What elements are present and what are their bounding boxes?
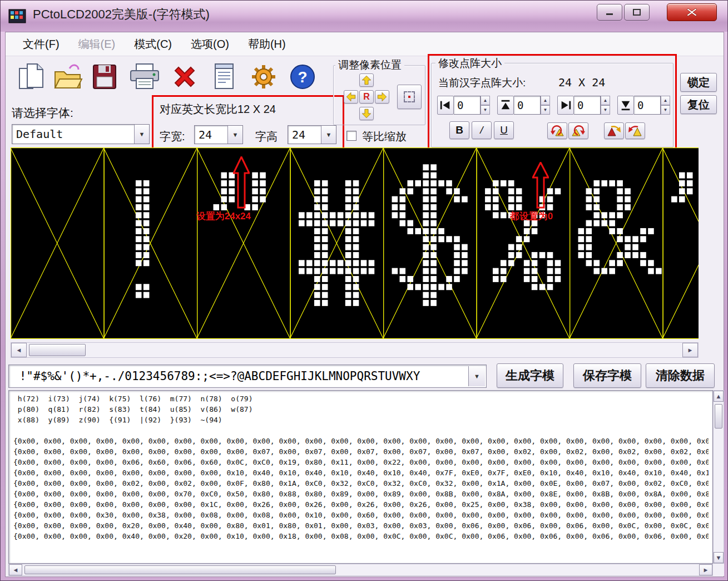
save-font-button[interactable]: 保存字模 [573, 363, 641, 388]
scrollbar-corner [713, 564, 724, 576]
menubar: 文件(F) 编辑(E) 模式(C) 选项(O) 帮助(H) [6, 33, 724, 56]
app-window: PCtoLCD2002完美版-(字符模式) 文件(F) 编辑(E) 模式(C) … [0, 0, 728, 581]
menu-options[interactable]: 选项(O) [181, 33, 239, 56]
proportional-scale-label: 等比缩放 [362, 129, 407, 144]
italic-button[interactable]: / [472, 121, 492, 139]
down-arrow-icon [361, 108, 372, 119]
menu-mode[interactable]: 模式(C) [125, 33, 181, 56]
report-button[interactable] [211, 62, 237, 92]
char-width-arrow-icon[interactable]: ▼ [227, 126, 242, 144]
rotate-right-icon [571, 125, 586, 137]
offset-left-updown[interactable]: ▲▼ [481, 96, 490, 115]
flip-horizontal-button[interactable] [604, 122, 624, 139]
char-width-value: 24 [195, 126, 227, 144]
shift-bottom-edge-icon[interactable] [617, 96, 634, 115]
font-combobox[interactable]: Default ▼ [12, 124, 150, 144]
output-panel[interactable]: h(72) i(73) j(74) k(75) l(76) m(77) n(78… [8, 390, 713, 564]
char-width-label: 字宽: [160, 129, 185, 144]
aspect-ratio-label: 对应英文长宽比12 X 24 [160, 102, 276, 117]
offset-right-value[interactable]: 0 [574, 96, 601, 115]
preview-scroll-right-icon[interactable]: ► [682, 343, 698, 357]
save-floppy-icon [91, 62, 118, 92]
flip-vertical-button[interactable] [625, 122, 645, 139]
lcd-canvas[interactable] [11, 147, 699, 339]
offset-left-value[interactable]: 0 [454, 96, 481, 115]
font-combobox-value: Default [12, 125, 134, 144]
report-doc-icon [211, 62, 237, 92]
maximize-icon [632, 8, 641, 16]
pixel-position-group: R [333, 65, 425, 125]
new-file-button[interactable] [16, 62, 45, 92]
right-arrow-icon [377, 91, 388, 102]
rotate-left-button[interactable] [547, 122, 567, 139]
move-pixels-right-button[interactable] [375, 90, 389, 104]
close-button[interactable] [667, 3, 717, 21]
maximize-button[interactable] [624, 4, 650, 21]
offset-top-updown[interactable]: ▲▼ [541, 96, 550, 115]
lcd-preview[interactable]: 设置为24x24 都设置为0 [11, 147, 699, 339]
clear-data-button[interactable]: 清除数据 [646, 363, 715, 388]
generate-font-button[interactable]: 生成字模 [497, 363, 563, 388]
move-pixels-up-button[interactable] [359, 73, 374, 87]
char-height-arrow-icon[interactable]: ▼ [321, 126, 336, 144]
center-pixels-button[interactable] [397, 85, 422, 109]
app-icon [8, 7, 26, 25]
offset-left-spinner: 0 ▲▼ [437, 96, 490, 115]
preview-hscroll-thumb[interactable] [29, 344, 86, 356]
output-scroll-right-icon[interactable]: ► [699, 564, 712, 575]
dot-matrix-group: 当前汉字点阵大小: 24 X 24 0 ▲▼ 0 ▲▼ 0 ▲▼ [431, 63, 673, 147]
minimize-icon [605, 8, 614, 16]
shift-top-edge-icon[interactable] [497, 96, 514, 115]
move-pixels-left-button[interactable] [344, 90, 358, 104]
dot-matrix-group-title: 修改点阵大小 [435, 56, 504, 71]
flip-horizontal-icon [607, 125, 621, 137]
output-vscrollbar[interactable]: ▲ ▼ [713, 390, 724, 564]
char-codes-dropdown-icon[interactable]: ▼ [468, 366, 485, 386]
titlebar[interactable]: PCtoLCD2002完美版-(字符模式) [1, 1, 727, 32]
svg-text:?: ? [298, 68, 307, 86]
menu-file[interactable]: 文件(F) [13, 33, 69, 56]
offset-bottom-updown[interactable]: ▲▼ [661, 96, 670, 115]
underline-button[interactable]: U [494, 121, 514, 139]
offset-top-value[interactable]: 0 [514, 96, 541, 115]
printer-icon [127, 62, 162, 92]
save-button[interactable] [91, 62, 118, 92]
help-button[interactable]: ? [288, 62, 318, 92]
shift-right-edge-icon[interactable] [557, 96, 574, 115]
char-height-combobox[interactable]: 24 ▼ [288, 125, 336, 144]
menu-help[interactable]: 帮助(H) [239, 33, 295, 56]
reset-button[interactable]: 复位 [680, 95, 717, 114]
bold-button[interactable]: B [449, 121, 469, 139]
minimize-button[interactable] [597, 4, 622, 21]
font-combobox-arrow-icon[interactable]: ▼ [134, 125, 149, 144]
output-vscroll-thumb[interactable] [715, 404, 722, 429]
proportional-scale-checkbox[interactable] [346, 131, 356, 141]
preview-hscrollbar[interactable]: ◄ ► [11, 342, 699, 358]
settings-button[interactable] [249, 62, 279, 92]
offset-bottom-spinner: 0 ▲▼ [617, 96, 670, 115]
shift-left-edge-icon[interactable] [437, 96, 454, 115]
move-pixels-down-button[interactable] [359, 107, 374, 120]
output-scroll-left-icon[interactable]: ◄ [9, 564, 22, 575]
output-scroll-up-icon[interactable]: ▲ [714, 391, 724, 402]
print-button[interactable] [127, 62, 162, 92]
rotate-right-button[interactable] [568, 122, 588, 139]
char-codes-input[interactable] [9, 365, 486, 387]
open-file-button[interactable] [53, 62, 84, 92]
output-hscrollbar[interactable]: ◄ ► [8, 564, 713, 576]
char-width-combobox[interactable]: 24 ▼ [194, 125, 243, 144]
lock-button[interactable]: 锁定 [680, 73, 717, 92]
up-arrow-icon [361, 75, 372, 86]
left-arrow-icon [345, 91, 356, 102]
delete-button[interactable] [171, 63, 199, 91]
char-codes-field[interactable]: ▼ [8, 365, 487, 388]
open-folder-icon [53, 62, 84, 92]
offset-bottom-value[interactable]: 0 [634, 96, 661, 115]
output-scroll-down-icon[interactable]: ▼ [714, 552, 724, 563]
output-hscroll-thumb[interactable] [24, 565, 336, 574]
offset-right-updown[interactable]: ▲▼ [601, 96, 610, 115]
flip-vertical-icon [628, 125, 642, 137]
delete-x-icon [171, 63, 199, 91]
preview-scroll-left-icon[interactable]: ◄ [11, 343, 27, 357]
reset-position-button[interactable]: R [359, 90, 374, 104]
